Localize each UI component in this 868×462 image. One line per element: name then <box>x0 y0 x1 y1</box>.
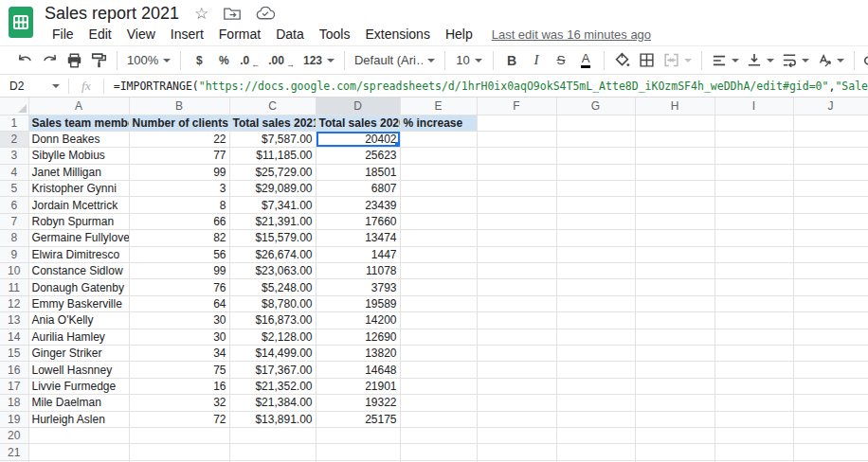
font-family-select[interactable]: Default (Ari… <box>351 48 439 73</box>
row-header-10[interactable]: 10 <box>0 263 28 279</box>
cell-C14[interactable]: $2,128.00 <box>229 329 316 345</box>
cell-C9[interactable]: $26,674.00 <box>229 246 316 262</box>
column-header-F[interactable]: F <box>477 98 556 115</box>
cell-C20[interactable] <box>229 427 316 443</box>
horizontal-align-button[interactable] <box>708 48 743 73</box>
cell-J1[interactable] <box>793 115 868 131</box>
cell-H1[interactable] <box>635 115 714 131</box>
cell-J15[interactable] <box>793 345 868 361</box>
cell-G12[interactable] <box>556 295 635 311</box>
cell-D5[interactable]: 6807 <box>316 181 400 197</box>
cell-J2[interactable] <box>793 131 868 147</box>
cell-I21[interactable] <box>714 444 793 460</box>
menu-tools[interactable]: Tools <box>312 26 358 43</box>
cell-A17[interactable]: Livvie Furmedge <box>28 378 129 394</box>
borders-button[interactable] <box>635 48 660 73</box>
cell-C4[interactable]: $25,729.00 <box>229 164 316 180</box>
cell-C17[interactable]: $21,352.00 <box>229 378 316 394</box>
cell-C1[interactable]: Total sales 2021 <box>229 115 316 131</box>
cell-G8[interactable] <box>556 230 635 246</box>
cell-F19[interactable] <box>477 411 556 427</box>
menu-file[interactable]: File <box>45 26 81 43</box>
zoom-select[interactable]: 100% <box>123 48 174 73</box>
cell-J16[interactable] <box>793 362 868 378</box>
cell-A12[interactable]: Emmy Baskerville <box>28 295 129 311</box>
cell-G16[interactable] <box>556 362 635 378</box>
cell-B9[interactable]: 56 <box>129 246 229 262</box>
cell-A21[interactable] <box>28 444 129 460</box>
cell-E11[interactable] <box>400 279 477 295</box>
cell-F10[interactable] <box>477 263 556 279</box>
menu-extensions[interactable]: Extensions <box>357 26 437 43</box>
cell-I10[interactable] <box>714 263 793 279</box>
strikethrough-button[interactable]: S <box>549 48 573 73</box>
column-header-I[interactable]: I <box>714 98 793 115</box>
cell-H13[interactable] <box>635 312 714 329</box>
font-size-select[interactable]: 10 <box>451 48 487 73</box>
cell-A5[interactable]: Kristopher Gynni <box>28 181 129 197</box>
cell-E13[interactable] <box>400 312 477 329</box>
cell-C5[interactable]: $29,089.00 <box>229 181 316 197</box>
cell-G18[interactable] <box>556 395 635 411</box>
cell-B4[interactable]: 99 <box>129 164 229 180</box>
cell-F3[interactable] <box>477 148 556 164</box>
cell-G4[interactable] <box>556 164 635 180</box>
cell-C15[interactable]: $14,499.00 <box>229 345 316 361</box>
cell-B6[interactable]: 8 <box>129 197 229 213</box>
cell-I4[interactable] <box>714 164 793 180</box>
insert-link-button[interactable] <box>860 48 868 73</box>
text-rotation-button[interactable] <box>813 48 848 73</box>
cell-I15[interactable] <box>714 345 793 361</box>
cell-I2[interactable] <box>714 131 793 147</box>
cell-G17[interactable] <box>556 378 635 394</box>
row-header-4[interactable]: 4 <box>0 164 28 180</box>
cell-H6[interactable] <box>635 197 714 213</box>
cell-F21[interactable] <box>477 444 556 460</box>
cell-D1[interactable]: Total sales 2020 <box>316 115 400 131</box>
cell-H9[interactable] <box>635 246 714 262</box>
cell-H19[interactable] <box>635 411 714 427</box>
cell-D16[interactable]: 14648 <box>316 362 400 378</box>
fill-color-button[interactable] <box>610 48 635 73</box>
cell-J14[interactable] <box>793 329 868 345</box>
cell-D9[interactable]: 1447 <box>316 246 400 262</box>
undo-button[interactable] <box>12 48 37 73</box>
cell-D14[interactable]: 12690 <box>316 329 400 345</box>
row-header-1[interactable]: 1 <box>0 115 28 131</box>
cell-E15[interactable] <box>400 345 477 361</box>
cell-H10[interactable] <box>635 263 714 279</box>
menu-insert[interactable]: Insert <box>163 26 211 43</box>
cell-D7[interactable]: 17660 <box>316 213 400 229</box>
cell-D4[interactable]: 18501 <box>316 164 400 180</box>
row-header-3[interactable]: 3 <box>0 148 28 164</box>
cell-E10[interactable] <box>400 263 477 279</box>
cell-B11[interactable]: 76 <box>129 279 229 295</box>
cell-H16[interactable] <box>635 362 714 378</box>
cell-E21[interactable] <box>400 444 477 460</box>
cell-D2[interactable]: 20402 <box>316 131 400 147</box>
cell-E8[interactable] <box>400 230 477 246</box>
decrease-decimal-button[interactable]: .0← <box>236 48 264 73</box>
cell-E16[interactable] <box>400 362 477 378</box>
cell-D13[interactable]: 14200 <box>316 312 400 329</box>
cell-B20[interactable] <box>129 427 229 443</box>
cell-H4[interactable] <box>635 164 714 180</box>
cell-I17[interactable] <box>714 378 793 394</box>
row-header-14[interactable]: 14 <box>0 329 28 345</box>
cell-F17[interactable] <box>477 378 556 394</box>
cell-G9[interactable] <box>556 246 635 262</box>
cell-A8[interactable]: Germaine Fullylove <box>28 230 129 246</box>
paint-format-button[interactable] <box>86 48 111 73</box>
cell-H2[interactable] <box>635 131 714 147</box>
menu-format[interactable]: Format <box>211 26 268 43</box>
cell-H17[interactable] <box>635 378 714 394</box>
cell-F12[interactable] <box>477 295 556 311</box>
cell-J19[interactable] <box>793 411 868 427</box>
cell-G6[interactable] <box>556 197 635 213</box>
cell-H21[interactable] <box>635 444 714 460</box>
cell-E2[interactable] <box>400 131 477 147</box>
cell-J9[interactable] <box>793 246 868 262</box>
cell-J12[interactable] <box>793 295 868 311</box>
cell-H8[interactable] <box>635 230 714 246</box>
cell-F11[interactable] <box>477 279 556 295</box>
